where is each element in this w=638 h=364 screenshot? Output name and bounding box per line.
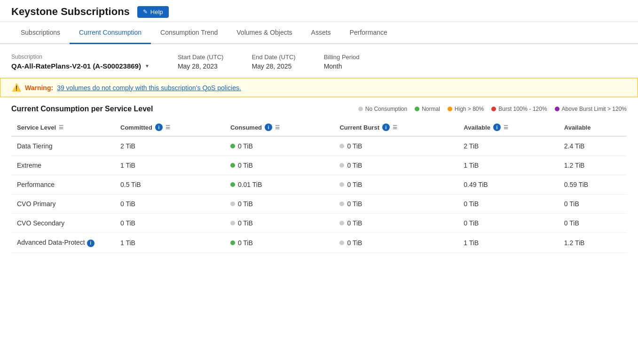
normal-dot [415,107,419,111]
table-row: Advanced Data-Protect i1 TiB0 TiB0 TiB1 … [11,233,627,253]
no-consumption-label: No Consumption [365,106,407,112]
available2-cell: 1.2 TiB [559,233,627,253]
tab-assets[interactable]: Assets [302,22,340,44]
current-burst-info-icon[interactable]: i [382,124,390,131]
committed-cell: 1 TiB [115,233,225,253]
high-dot [448,107,452,111]
tab-consumption-trend[interactable]: Consumption Trend [151,22,227,44]
table-row: CVO Primary0 TiB0 TiB0 TiB0 TiB0 TiB [11,194,627,214]
tab-subscriptions[interactable]: Subscriptions [11,22,70,44]
burst-status-dot [339,163,344,168]
col-available2: Available [559,119,627,136]
start-date-label: Start Date (UTC) [178,54,224,61]
billing-period-label: Billing Period [324,54,360,61]
billing-period-value: Month [324,62,360,70]
normal-label: Normal [422,106,440,112]
consumed-filter-icon[interactable]: ☰ [275,124,280,131]
legend-above-burst: Above Burst Limit > 120% [555,106,627,112]
available-cell: 0.49 TiB [458,175,559,194]
burst-status-dot [339,240,344,245]
consumed-cell: 0 TiB [225,194,334,214]
warning-icon: ⚠️ [12,83,21,92]
consumed-info-icon[interactable]: i [265,124,272,131]
no-consumption-dot [358,107,363,111]
legend-normal: Normal [415,106,440,112]
current-burst-cell: 0 TiB [334,156,458,175]
consumed-status-dot [230,163,235,168]
col-current-burst: Current Burst i ☰ [334,119,458,136]
section-title: Current Consumption per Service Level [11,105,153,113]
warning-banner: ⚠️ Warning: 39 volumes do not comply wit… [0,78,638,97]
main-content: Current Consumption per Service Level No… [0,97,638,261]
burst-status-dot [339,144,344,148]
available-cell: 1 TiB [458,156,559,175]
burst-label: Burst 100% - 120% [498,106,547,112]
warning-link[interactable]: 39 volumes do not comply with this subsc… [57,84,241,92]
service-level-filter-icon[interactable]: ☰ [59,124,63,131]
available2-cell: 0.59 TiB [559,175,627,194]
high-label: High > 80% [455,106,484,112]
tab-volumes-objects[interactable]: Volumes & Objects [227,22,301,44]
consumed-cell: 0.01 TiB [225,175,334,194]
row-info-icon[interactable]: i [87,240,95,247]
current-burst-cell: 0 TiB [334,233,458,253]
available-cell: 1 TiB [458,233,559,253]
table-header-row: Service Level ☰ Committed i ☰ Consumed i [11,119,627,136]
burst-dot [491,107,496,111]
service-level-cell: Advanced Data-Protect i [11,233,115,253]
table-header-section: Current Consumption per Service Level No… [11,105,627,113]
above-burst-dot [555,107,559,111]
above-burst-label: Above Burst Limit > 120% [562,106,627,112]
current-burst-cell: 0 TiB [334,175,458,194]
current-burst-cell: 0 TiB [334,214,458,233]
billing-period-field: Billing Period Month [324,54,360,70]
burst-status-dot [339,182,344,187]
subscription-select[interactable]: QA-All-RatePlans-V2-01 (A-S00023869) [11,62,150,70]
consumed-cell: 0 TiB [225,214,334,233]
committed-info-icon[interactable]: i [155,124,163,131]
tab-performance[interactable]: Performance [340,22,397,44]
col-available: Available i ☰ [458,119,559,136]
current-burst-cell: 0 TiB [334,136,458,156]
tab-current-consumption[interactable]: Current Consumption [70,22,151,44]
current-burst-filter-icon[interactable]: ☰ [393,124,397,131]
page-header: Keystone Subscriptions ✎ Help [0,0,638,22]
col-committed: Committed i ☰ [115,119,225,136]
committed-filter-icon[interactable]: ☰ [165,124,170,131]
burst-status-dot [339,221,344,225]
table-row: Performance0.5 TiB0.01 TiB0 TiB0.49 TiB0… [11,175,627,194]
table-row: Data Tiering2 TiB0 TiB0 TiB2 TiB2.4 TiB [11,136,627,156]
available2-cell: 2.4 TiB [559,136,627,156]
consumed-status-dot [230,144,235,148]
table-row: Extreme1 TiB0 TiB0 TiB1 TiB1.2 TiB [11,156,627,175]
page-title: Keystone Subscriptions [11,6,130,18]
committed-cell: 2 TiB [115,136,225,156]
consumption-table: Service Level ☰ Committed i ☰ Consumed i [11,119,627,253]
consumed-cell: 0 TiB [225,136,334,156]
col-consumed: Consumed i ☰ [225,119,334,136]
service-level-cell: Performance [11,175,115,194]
service-level-cell: CVO Secondary [11,214,115,233]
service-level-cell: Extreme [11,156,115,175]
start-date-value: May 28, 2023 [178,62,224,70]
warning-label: Warning: [25,84,53,92]
help-button[interactable]: ✎ Help [137,6,169,18]
available-cell: 0 TiB [458,194,559,214]
consumed-status-dot [230,182,235,187]
legend-burst: Burst 100% - 120% [491,106,547,112]
service-level-cell: CVO Primary [11,194,115,214]
tab-nav: Subscriptions Current Consumption Consum… [0,22,638,44]
available-filter-icon[interactable]: ☰ [504,124,508,131]
legend: No Consumption Normal High > 80% Burst 1… [358,106,627,112]
end-date-field: End Date (UTC) May 28, 2025 [252,54,295,70]
current-burst-cell: 0 TiB [334,194,458,214]
legend-high: High > 80% [448,106,484,112]
available-cell: 0 TiB [458,214,559,233]
available2-cell: 1.2 TiB [559,156,627,175]
col-service-level: Service Level ☰ [11,119,115,136]
help-icon: ✎ [143,8,148,15]
available-info-icon[interactable]: i [493,124,501,131]
consumed-status-dot [230,240,235,245]
subscription-bar: Subscription QA-All-RatePlans-V2-01 (A-S… [0,44,638,78]
subscription-field: Subscription QA-All-RatePlans-V2-01 (A-S… [11,54,150,70]
